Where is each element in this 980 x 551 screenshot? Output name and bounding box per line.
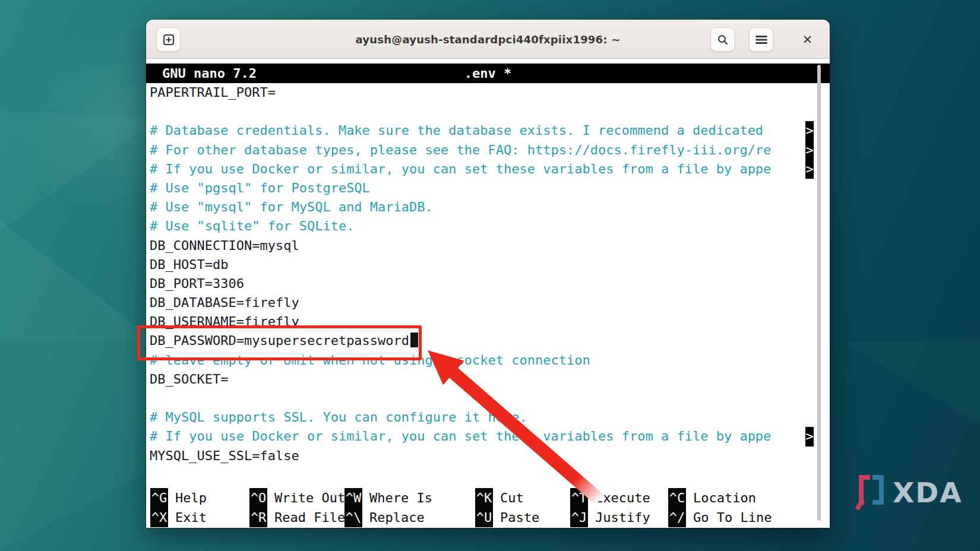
editor-line-text: MYSQL_USE_SSL=false (150, 448, 299, 463)
editor-line: DB_SOCKET= (150, 370, 830, 389)
editor-line: # Use "sqlite" for SQLite. (150, 217, 830, 236)
nano-titlebar: GNU nano 7.2 .env * (146, 64, 830, 83)
hamburger-menu-icon (754, 33, 769, 47)
editor-line-text: DB_DATABASE=firefly (150, 295, 299, 310)
shortcut-key: ^G (150, 488, 168, 508)
editor-line-text: DB_SOCKET= (150, 372, 228, 387)
editor-line-text: # Use "pgsql" for PostgreSQL (150, 180, 370, 195)
xda-logo-icon (854, 470, 889, 514)
shortcut-label: Help (175, 490, 207, 505)
editor-line-text: # If you use Docker or similar, you can … (150, 429, 771, 444)
nano-filename: .env * (146, 66, 830, 81)
editor-line: DB_HOST=db (150, 255, 830, 274)
editor-line-text: DB_PORT=3306 (150, 276, 244, 291)
editor-line: # Database credentials. Make sure the da… (150, 121, 830, 140)
desktop: ayush@ayush-standardpci440fxpiix1996: ~ … (0, 0, 980, 551)
editor-line-text: # MySQL supports SSL. You can configure … (150, 410, 527, 425)
shortcut-label: Execute (595, 490, 650, 505)
editor-line: DB_PORT=3306 (150, 274, 830, 293)
menu-button[interactable] (749, 27, 773, 52)
xda-watermark: XDA (854, 470, 963, 514)
editor-line: # If you use Docker or similar, you can … (150, 427, 830, 446)
shortcut-key: ^C (668, 488, 686, 508)
close-icon: ✕ (802, 33, 813, 47)
shortcut-label: Go To Line (693, 510, 772, 525)
xda-logo-text: XDA (893, 476, 963, 509)
nano-shortcut-location: ^CLocation (668, 488, 756, 508)
shortcut-label: Exit (175, 510, 207, 525)
nano-shortcut-execute: ^TExecute (570, 488, 650, 508)
editor-line: # Use "mysql" for MySQL and MariaDB. (150, 198, 830, 217)
nano-shortcut-go-to-line: ^/Go To Line (668, 508, 772, 527)
terminal-window: ayush@ayush-standardpci440fxpiix1996: ~ … (146, 20, 830, 528)
line-truncation-marker: > (805, 160, 814, 179)
shortcut-label: Location (693, 490, 756, 505)
shortcut-key: ^U (475, 508, 493, 527)
nano-shortcut-justify: ^JJustify (570, 508, 650, 527)
editor-line: # If you use Docker or similar, you can … (150, 160, 830, 179)
shortcut-label: Write Out (274, 490, 345, 505)
editor-line (150, 102, 830, 121)
editor-line-text: # Use "mysql" for MySQL and MariaDB. (150, 200, 433, 214)
editor-line: PAPERTRAIL_PORT= (150, 83, 830, 102)
shortcut-label: Replace (369, 510, 425, 525)
shortcut-key: ^O (249, 488, 267, 508)
editor-line: DB_CONNECTION=mysql (150, 236, 830, 255)
shortcut-key: ^X (150, 508, 168, 527)
terminal-scrollbar[interactable] (817, 65, 821, 521)
editor-line-text: # Use "sqlite" for SQLite. (150, 218, 354, 233)
shortcut-label: Justify (595, 510, 650, 525)
editor-line: # MySQL supports SSL. You can configure … (150, 408, 830, 427)
editor-line-text: # Database credentials. Make sure the da… (150, 123, 771, 138)
window-titlebar[interactable]: ayush@ayush-standardpci440fxpiix1996: ~ … (146, 20, 830, 59)
search-button[interactable] (710, 27, 735, 52)
close-button[interactable]: ✕ (795, 27, 820, 52)
line-truncation-marker: > (805, 121, 814, 140)
shortcut-key: ^/ (668, 508, 686, 527)
shortcut-label: Where Is (369, 490, 432, 505)
editor-line-text: # If you use Docker or similar, you can … (150, 162, 771, 176)
nano-shortcut-read-file: ^RRead File (249, 508, 345, 527)
nano-shortcut-write-out: ^OWrite Out (249, 488, 345, 508)
editor-line: # For other database types, please see t… (150, 141, 830, 160)
editor-line: MYSQL_USE_SSL=false (150, 446, 830, 466)
editor-line (150, 389, 830, 408)
editor-lines: PAPERTRAIL_PORT=# Database credentials. … (150, 83, 830, 466)
nano-shortcut-exit: ^XExit (150, 508, 207, 527)
shortcut-key: ^K (475, 488, 493, 508)
editor-line-text: PAPERTRAIL_PORT= (150, 85, 276, 100)
nano-shortcut-where-is: ^WWhere Is (344, 488, 432, 508)
shortcut-key: ^T (570, 488, 588, 508)
shortcut-key: ^R (249, 508, 267, 527)
editor-line-text: # For other database types, please see t… (150, 142, 771, 157)
nano-shortcut-replace: ^\Replace (344, 508, 425, 527)
line-truncation-marker: > (805, 427, 814, 446)
line-truncation-marker: > (805, 141, 814, 160)
nano-shortcut-row-2: ^XExit^RRead File^\Replace^UPaste^JJusti… (146, 508, 830, 527)
editor-line: DB_DATABASE=firefly (150, 293, 830, 312)
shortcut-label: Cut (500, 490, 524, 505)
shortcut-key: ^\ (344, 508, 362, 527)
search-icon (716, 33, 730, 47)
shortcut-key: ^J (570, 508, 588, 527)
editor-line-text: DB_CONNECTION=mysql (150, 238, 299, 253)
nano-shortcut-paste: ^UPaste (475, 508, 539, 527)
editor-line-text: DB_HOST=db (150, 257, 228, 272)
nano-shortcut-help: ^GHelp (150, 488, 207, 508)
nano-shortcut-cut: ^KCut (475, 488, 524, 508)
terminal-viewport[interactable]: GNU nano 7.2 .env * PAPERTRAIL_PORT=# Da… (146, 59, 830, 528)
shortcut-label: Paste (500, 510, 539, 525)
shortcut-key: ^W (344, 488, 362, 508)
editor-line: # Use "pgsql" for PostgreSQL (150, 179, 830, 198)
nano-shortcut-row-1: ^GHelp^OWrite Out^WWhere Is^KCut^TExecut… (146, 488, 830, 508)
shortcut-label: Read File (274, 510, 345, 525)
annotation-highlight-rect (137, 325, 422, 360)
